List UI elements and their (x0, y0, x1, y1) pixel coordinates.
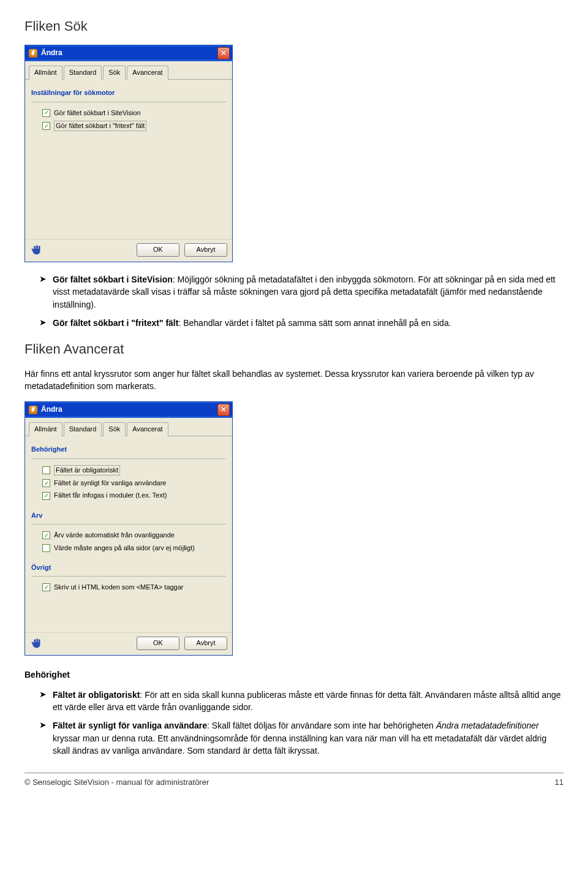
checkbox-label-obligatoriskt: Fältet är obligatoriskt (54, 465, 120, 475)
dialog-body: Inställningar för sökmotor Gör fältet sö… (25, 80, 232, 239)
footer-page-number: 11 (555, 777, 564, 788)
heading-fliken-sok: Fliken Sök (24, 17, 564, 36)
group-divider (31, 524, 226, 524)
group-label-behorighet: Behörighet (31, 445, 226, 454)
dialog-title: Ändra (41, 48, 217, 58)
bullet-list-sok: ➤ Gör fältet sökbart i SiteVision: Möjli… (39, 273, 564, 329)
group-divider (31, 458, 226, 459)
bullet-item: ➤ Fältet är synligt för vanliga användar… (39, 719, 564, 757)
dialog-body: Behörighet Fältet är obligatoriskt Fälte… (25, 436, 232, 632)
dialog-titlebar: Ändra ✕ (25, 45, 232, 61)
check-row-varde-alla: Värde måste anges på alla sidor (arv ej … (31, 542, 226, 555)
checkbox-label-varde-alla: Värde måste anges på alla sidor (arv ej … (54, 543, 195, 553)
checkbox-synligt[interactable] (42, 479, 50, 487)
group-divider (31, 576, 226, 577)
ok-button[interactable]: OK (137, 637, 179, 649)
bullet-item: ➤ Fältet är obligatoriskt: För att en si… (39, 689, 564, 714)
tabstrip: Allmänt Standard Sök Avancerat (25, 61, 232, 80)
close-icon[interactable]: ✕ (217, 47, 230, 59)
cancel-button[interactable]: Avbryt (184, 243, 227, 256)
dialog-footer: OK Avbryt (25, 239, 232, 262)
group-label-ovrigt: Övrigt (31, 563, 226, 572)
chevron-right-icon: ➤ (39, 689, 47, 714)
bullet-strong: Fältet är obligatoriskt (53, 690, 140, 700)
bullet-rest-post: kryssar man ur denna ruta. Ett användnin… (53, 733, 546, 755)
checkbox-sitevision[interactable] (42, 109, 50, 117)
heading-fliken-avancerat: Fliken Avancerat (24, 340, 564, 359)
tab-avancerat[interactable]: Avancerat (127, 422, 168, 436)
bullet-text: Gör fältet sökbart i SiteVision: Möjligg… (53, 273, 564, 311)
subheading-behorighet: Behörighet (24, 669, 564, 681)
footer-left: © Senselogic SiteVision - manual för adm… (24, 777, 209, 788)
bullet-strong: Fältet är synligt för vanliga användare (53, 721, 207, 730)
checkbox-meta[interactable] (42, 583, 50, 591)
close-icon[interactable]: ✕ (217, 404, 230, 416)
page-footer: © Senselogic SiteVision - manual för adm… (24, 773, 564, 788)
tab-standard[interactable]: Standard (64, 66, 102, 80)
bullet-item: ➤ Gör fältet sökbart i SiteVision: Möjli… (39, 273, 564, 311)
checkbox-label-sitevision: Gör fältet sökbart i SiteVision (54, 108, 141, 118)
chevron-right-icon: ➤ (39, 719, 47, 757)
cancel-button[interactable]: Avbryt (184, 637, 227, 649)
tabstrip: Allmänt Standard Sök Avancerat (25, 418, 232, 436)
bullet-italic: Ändra metadatadefinitioner (436, 721, 539, 730)
check-row-meta: Skriv ut i HTML koden som <META> taggar (31, 581, 226, 594)
checkbox-arv-auto[interactable] (42, 531, 50, 539)
tab-sok[interactable]: Sök (103, 422, 126, 436)
bullet-rest: : Behandlar värdet i fältet på samma sät… (178, 318, 451, 328)
hand-icon (30, 637, 43, 650)
checkbox-label-infogas: Fältet får infogas i moduler (t.ex. Text… (54, 491, 167, 500)
java-icon (29, 49, 37, 58)
hand-icon (30, 243, 43, 257)
check-row-obligatoriskt: Fältet är obligatoriskt (31, 464, 226, 477)
bullet-rest-pre: : Skall fältet döljas för användare som … (207, 721, 436, 730)
checkbox-obligatoriskt[interactable] (42, 466, 50, 474)
checkbox-fritext[interactable] (42, 122, 50, 130)
tab-avancerat[interactable]: Avancerat (127, 66, 168, 80)
check-row-fritext: Gör fältet sökbart i "fritext" fält (31, 119, 226, 133)
bullet-item: ➤ Gör fältet sökbart i "fritext" fält: B… (39, 317, 564, 329)
tab-standard[interactable]: Standard (64, 422, 102, 436)
dialog-footer: OK Avbryt (25, 632, 232, 655)
check-row-sitevision: Gör fältet sökbart i SiteVision (31, 107, 226, 119)
chevron-right-icon: ➤ (39, 273, 47, 311)
dialog-title: Ändra (41, 404, 217, 415)
java-icon (29, 406, 37, 414)
dialog-titlebar: Ändra ✕ (25, 402, 232, 418)
check-row-infogas: Fältet får infogas i moduler (t.ex. Text… (31, 490, 226, 502)
group-label-sokmotor: Inställningar för sökmotor (31, 88, 226, 97)
bullet-strong: Gör fältet sökbart i "fritext" fält (53, 318, 178, 328)
check-row-arv-auto: Ärv värde automatiskt från ovanliggande (31, 529, 226, 542)
checkbox-label-synligt: Fältet är synligt för vanliga användare (54, 479, 166, 488)
tab-allmant[interactable]: Allmänt (29, 422, 62, 436)
bullet-strong: Gör fältet sökbart i SiteVision (53, 275, 173, 284)
checkbox-infogas[interactable] (42, 492, 50, 500)
bullet-text: Fältet är obligatoriskt: För att en sida… (53, 689, 564, 714)
check-row-synligt: Fältet är synligt för vanliga användare (31, 477, 226, 490)
bullet-text: Gör fältet sökbart i "fritext" fält: Beh… (53, 317, 564, 329)
checkbox-label-fritext: Gör fältet sökbart i "fritext" fält (54, 121, 146, 131)
group-divider (31, 102, 226, 102)
checkbox-label-meta: Skriv ut i HTML koden som <META> taggar (54, 583, 184, 592)
dialog-andra-sok: Ändra ✕ Allmänt Standard Sök Avancerat I… (24, 45, 233, 262)
bullet-list-behorighet: ➤ Fältet är obligatoriskt: För att en si… (39, 689, 564, 757)
bullet-text: Fältet är synligt för vanliga användare:… (53, 719, 564, 757)
tab-allmant[interactable]: Allmänt (29, 66, 62, 80)
chevron-right-icon: ➤ (39, 317, 47, 329)
ok-button[interactable]: OK (137, 243, 179, 256)
para-avancerat: Här finns ett antal kryssrutor som anger… (24, 368, 564, 393)
group-label-arv: Arv (31, 511, 226, 520)
checkbox-label-arv-auto: Ärv värde automatiskt från ovanliggande (54, 531, 175, 540)
checkbox-varde-alla[interactable] (42, 544, 50, 552)
dialog-andra-avancerat: Ändra ✕ Allmänt Standard Sök Avancerat B… (24, 401, 233, 656)
tab-sok[interactable]: Sök (103, 66, 126, 80)
